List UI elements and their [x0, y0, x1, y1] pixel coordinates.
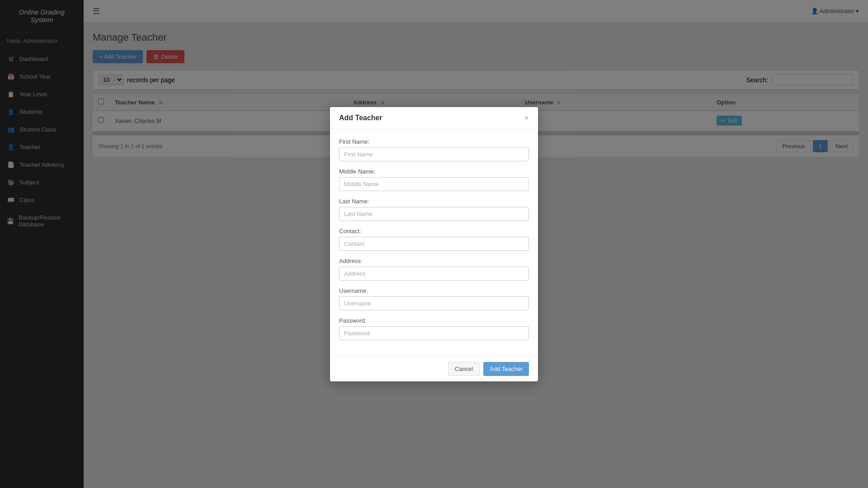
add-teacher-modal: Add Teacher × First Name: Middle Name: L… — [330, 107, 538, 381]
address-label: Address: — [339, 258, 529, 264]
modal-add-teacher-button[interactable]: Add Teacher — [483, 362, 529, 376]
username-input[interactable] — [339, 296, 529, 310]
last-name-group: Last Name: — [339, 198, 529, 221]
password-input[interactable] — [339, 326, 529, 340]
modal-close-button[interactable]: × — [524, 114, 529, 122]
contact-input[interactable] — [339, 237, 529, 251]
first-name-input[interactable] — [339, 147, 529, 161]
last-name-input[interactable] — [339, 207, 529, 221]
middle-name-input[interactable] — [339, 177, 529, 191]
modal-header: Add Teacher × — [330, 107, 538, 129]
modal-overlay[interactable]: Add Teacher × First Name: Middle Name: L… — [0, 0, 868, 488]
password-group: Password: — [339, 317, 529, 340]
first-name-label: First Name: — [339, 138, 529, 145]
modal-body: First Name: Middle Name: Last Name: Cont… — [330, 129, 538, 356]
middle-name-label: Middle Name: — [339, 168, 529, 175]
contact-label: Contact: — [339, 228, 529, 235]
modal-footer: Cancel Add Teacher — [330, 356, 538, 381]
password-label: Password: — [339, 317, 529, 324]
username-label: Username: — [339, 287, 529, 294]
cancel-button[interactable]: Cancel — [448, 362, 480, 376]
first-name-group: First Name: — [339, 138, 529, 161]
contact-group: Contact: — [339, 228, 529, 251]
username-group: Username: — [339, 287, 529, 310]
last-name-label: Last Name: — [339, 198, 529, 205]
address-group: Address: — [339, 258, 529, 281]
modal-title: Add Teacher — [339, 114, 382, 122]
address-input[interactable] — [339, 267, 529, 281]
middle-name-group: Middle Name: — [339, 168, 529, 191]
